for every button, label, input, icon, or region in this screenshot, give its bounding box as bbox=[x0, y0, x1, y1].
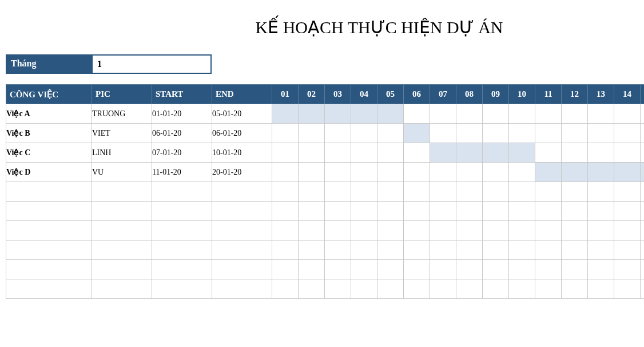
gantt-empty-cell bbox=[325, 182, 351, 202]
col-header-day: 11 bbox=[535, 85, 562, 104]
gantt-empty-cell bbox=[509, 279, 535, 299]
gantt-empty-cell bbox=[377, 124, 404, 143]
gantt-empty-cell bbox=[351, 182, 377, 202]
page-title: KẾ HOẠCH THỰC HIỆN DỰ ÁN bbox=[6, 17, 638, 37]
gantt-empty-cell bbox=[509, 202, 535, 221]
start-cell bbox=[152, 182, 212, 202]
gantt-empty-cell bbox=[483, 221, 509, 240]
pic-cell: TRUONG bbox=[92, 104, 152, 124]
start-cell bbox=[152, 202, 212, 221]
gantt-empty-cell bbox=[562, 104, 588, 124]
gantt-body: Việc ATRUONG01-01-2005-01-20Việc BVIET06… bbox=[6, 104, 645, 299]
gantt-empty-cell bbox=[614, 221, 641, 240]
gantt-bar-cell bbox=[404, 124, 430, 143]
gantt-empty-cell bbox=[272, 279, 299, 299]
task-name-cell bbox=[6, 240, 92, 260]
gantt-empty-cell bbox=[404, 104, 430, 124]
pic-cell bbox=[92, 182, 152, 202]
gantt-empty-cell bbox=[588, 260, 614, 279]
gantt-empty-cell bbox=[430, 124, 456, 143]
end-cell bbox=[212, 221, 272, 240]
col-header-day: 14 bbox=[614, 85, 641, 104]
gantt-header: CÔNG VIỆCPICSTARTEND01020304050607080910… bbox=[6, 85, 645, 104]
gantt-empty-cell bbox=[562, 182, 588, 202]
gantt-empty-cell bbox=[404, 260, 430, 279]
gantt-empty-cell bbox=[483, 124, 509, 143]
gantt-empty-cell bbox=[299, 182, 325, 202]
table-row[interactable] bbox=[6, 260, 645, 279]
task-name-cell bbox=[6, 221, 92, 240]
gantt-empty-cell bbox=[456, 124, 483, 143]
gantt-empty-cell bbox=[272, 240, 299, 260]
gantt-empty-cell bbox=[351, 279, 377, 299]
gantt-empty-cell bbox=[299, 260, 325, 279]
gantt-empty-cell bbox=[614, 124, 641, 143]
gantt-empty-cell bbox=[299, 221, 325, 240]
gantt-empty-cell bbox=[535, 221, 562, 240]
start-cell bbox=[152, 221, 212, 240]
month-input[interactable]: 1 bbox=[92, 54, 212, 74]
table-row[interactable]: Việc BVIET06-01-2006-01-20 bbox=[6, 124, 645, 143]
table-row[interactable]: Việc ATRUONG01-01-2005-01-20 bbox=[6, 104, 645, 124]
pic-cell bbox=[92, 240, 152, 260]
gantt-empty-cell bbox=[272, 143, 299, 163]
gantt-empty-cell bbox=[299, 143, 325, 163]
start-cell: 07-01-20 bbox=[152, 143, 212, 163]
gantt-empty-cell bbox=[351, 124, 377, 143]
gantt-empty-cell bbox=[483, 104, 509, 124]
gantt-empty-cell bbox=[430, 182, 456, 202]
gantt-empty-cell bbox=[456, 104, 483, 124]
gantt-empty-cell bbox=[535, 260, 562, 279]
col-header-task: CÔNG VIỆC bbox=[6, 85, 92, 104]
gantt-empty-cell bbox=[299, 202, 325, 221]
col-header-day: 07 bbox=[430, 85, 456, 104]
gantt-empty-cell bbox=[430, 221, 456, 240]
gantt-empty-cell bbox=[535, 124, 562, 143]
task-name-cell bbox=[6, 279, 92, 299]
end-cell: 10-01-20 bbox=[212, 143, 272, 163]
gantt-empty-cell bbox=[272, 182, 299, 202]
gantt-empty-cell bbox=[535, 143, 562, 163]
gantt-empty-cell bbox=[641, 182, 645, 202]
gantt-empty-cell bbox=[483, 163, 509, 182]
end-cell bbox=[212, 202, 272, 221]
col-header-end: END bbox=[212, 85, 272, 104]
gantt-empty-cell bbox=[299, 240, 325, 260]
pic-cell bbox=[92, 202, 152, 221]
col-header-day: 03 bbox=[325, 85, 351, 104]
gantt-table: CÔNG VIỆCPICSTARTEND01020304050607080910… bbox=[6, 84, 644, 299]
table-row[interactable]: Việc CLINH07-01-2010-01-20 bbox=[6, 143, 645, 163]
task-name-cell: Việc A bbox=[6, 104, 92, 124]
gantt-empty-cell bbox=[562, 221, 588, 240]
gantt-empty-cell bbox=[404, 279, 430, 299]
table-row[interactable] bbox=[6, 240, 645, 260]
gantt-empty-cell bbox=[509, 260, 535, 279]
gantt-empty-cell bbox=[325, 240, 351, 260]
col-header-pic: PIC bbox=[92, 85, 152, 104]
gantt-empty-cell bbox=[377, 202, 404, 221]
gantt-empty-cell bbox=[483, 202, 509, 221]
end-cell bbox=[212, 182, 272, 202]
gantt-empty-cell bbox=[351, 260, 377, 279]
table-row[interactable] bbox=[6, 279, 645, 299]
gantt-empty-cell bbox=[430, 104, 456, 124]
gantt-bar-cell bbox=[535, 163, 562, 182]
month-selector: Tháng 1 bbox=[6, 54, 638, 74]
gantt-empty-cell bbox=[299, 279, 325, 299]
table-row[interactable] bbox=[6, 182, 645, 202]
gantt-empty-cell bbox=[588, 279, 614, 299]
col-header-start: START bbox=[152, 85, 212, 104]
gantt-empty-cell bbox=[588, 182, 614, 202]
table-row[interactable] bbox=[6, 202, 645, 221]
gantt-empty-cell bbox=[456, 240, 483, 260]
table-row[interactable]: Việc DVU11-01-2020-01-20 bbox=[6, 163, 645, 182]
gantt-empty-cell bbox=[562, 124, 588, 143]
gantt-empty-cell bbox=[562, 240, 588, 260]
gantt-empty-cell bbox=[351, 202, 377, 221]
gantt-bar-cell bbox=[509, 143, 535, 163]
gantt-empty-cell bbox=[509, 221, 535, 240]
table-row[interactable] bbox=[6, 221, 645, 240]
gantt-empty-cell bbox=[483, 182, 509, 202]
gantt-empty-cell bbox=[641, 221, 645, 240]
gantt-empty-cell bbox=[430, 163, 456, 182]
